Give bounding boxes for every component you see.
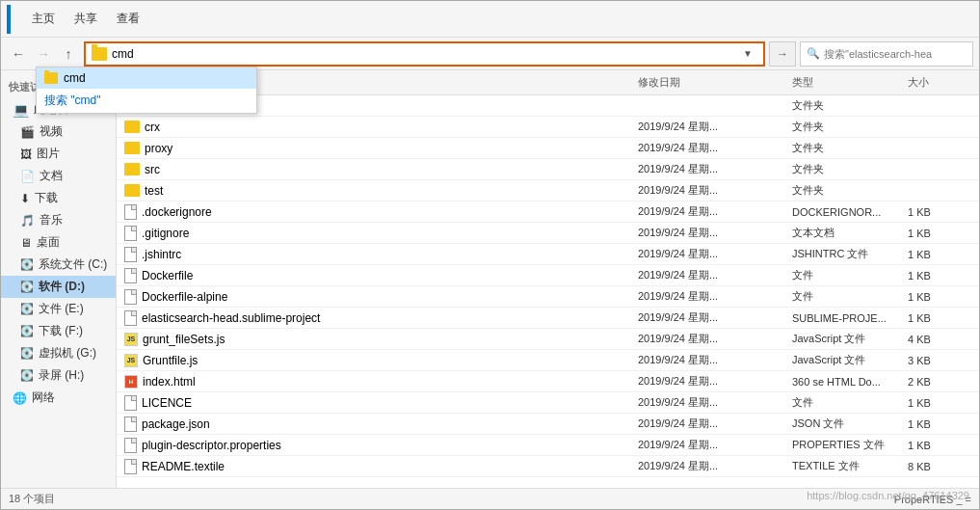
autocomplete-item-cmd[interactable]: cmd	[37, 67, 256, 89]
file-name: .jshintrc	[142, 248, 181, 261]
file-name: README.textile	[142, 460, 225, 473]
file-date: 2019/9/24 星期...	[634, 353, 788, 367]
file-name-cell: .dockerignore	[124, 204, 634, 220]
table-row[interactable]: README.textile 2019/9/24 星期... TEXTILE 文…	[117, 456, 979, 477]
table-row[interactable]: LICENCE 2019/9/24 星期... 文件 1 KB	[117, 392, 979, 414]
table-row[interactable]: Dockerfile 2019/9/24 星期... 文件 1 KB	[117, 265, 979, 286]
js-icon: JS	[124, 354, 138, 367]
tab-view[interactable]: 查看	[107, 7, 149, 31]
file-date: 2019/9/24 星期...	[634, 438, 788, 452]
file-type: 文件夹	[788, 141, 904, 155]
file-name-cell: Dockerfile-alpine	[124, 289, 634, 305]
forward-button[interactable]: →	[32, 42, 55, 66]
header-size[interactable]: 大小	[904, 73, 971, 92]
file-size: 1 KB	[904, 228, 971, 239]
tab-home[interactable]: 主页	[22, 7, 65, 31]
folder-icon	[124, 121, 140, 133]
sidebar-h-label: 录屏 (H:)	[39, 367, 84, 384]
table-row[interactable]: plugin-descriptor.properties 2019/9/24 星…	[117, 435, 979, 456]
file-type: DOCKERIGNOR...	[788, 206, 904, 218]
file-name: Dockerfile	[142, 269, 193, 282]
sidebar-item-g[interactable]: 💽 虚拟机 (G:)	[1, 342, 116, 364]
goto-button[interactable]: →	[769, 41, 796, 67]
file-size: 1 KB	[904, 312, 971, 324]
file-date: 2019/9/24 星期...	[634, 459, 788, 473]
folder-icon	[124, 163, 140, 175]
search-input[interactable]	[824, 48, 967, 60]
file-size: 1 KB	[904, 418, 971, 430]
file-size: 1 KB	[904, 206, 971, 218]
sidebar-item-documents[interactable]: 📄 文档	[1, 165, 116, 187]
main-content: 快速访问 💻 此电脑 🎬 视频 🖼 图片 📄 文档 ⬇ 下载	[1, 70, 979, 488]
file-icon	[124, 395, 137, 411]
file-type: JavaScript 文件	[788, 353, 904, 367]
file-name-cell: elasticsearch-head.sublime-project	[124, 310, 634, 326]
file-size: 1 KB	[904, 291, 971, 303]
sidebar-item-downloads[interactable]: ⬇ 下载	[1, 187, 116, 209]
sidebar-documents-label: 文档	[40, 168, 63, 184]
table-row[interactable]: JS grunt_fileSets.js 2019/9/24 星期... Jav…	[117, 329, 979, 350]
file-name-cell: src	[124, 163, 634, 176]
file-type: TEXTILE 文件	[788, 459, 904, 473]
file-icon	[124, 459, 137, 474]
file-name-cell: LICENCE	[124, 395, 634, 411]
table-row[interactable]: JS Gruntfile.js 2019/9/24 星期... JavaScri…	[117, 350, 979, 371]
table-row[interactable]: elasticsearch-head.sublime-project 2019/…	[117, 308, 979, 329]
file-name: Gruntfile.js	[143, 354, 198, 367]
tab-share[interactable]: 共享	[65, 7, 107, 31]
file-date: 2019/9/24 星期...	[634, 332, 788, 346]
table-row[interactable]: test 2019/9/24 星期... 文件夹	[117, 180, 979, 201]
drive-h-icon: 💽	[20, 369, 34, 382]
file-name-cell: Dockerfile	[124, 268, 634, 283]
file-date: 2019/9/24 星期...	[634, 268, 788, 282]
autocomplete-search-item[interactable]: 搜索 "cmd"	[37, 89, 256, 113]
documents-icon: 📄	[20, 170, 35, 183]
file-name-cell: JS grunt_fileSets.js	[124, 333, 634, 346]
sidebar-item-network[interactable]: 🌐 网络	[1, 387, 116, 409]
file-rows-container: .git 文件夹 crx 2019/9/24 星期... 文件夹 proxy 2…	[117, 95, 979, 477]
table-row[interactable]: Dockerfile-alpine 2019/9/24 星期... 文件 1 K…	[117, 286, 979, 308]
file-date: 2019/9/24 星期...	[634, 310, 788, 325]
file-type: 文件	[788, 289, 904, 304]
file-list-area: 名称 修改日期 类型 大小 .git 文件夹 crx 2019/9/24 星期.…	[117, 70, 979, 488]
header-date[interactable]: 修改日期	[634, 73, 788, 92]
sidebar-item-desktop[interactable]: 🖥 桌面	[1, 231, 116, 254]
file-name-cell: test	[124, 184, 634, 198]
table-row[interactable]: .jshintrc 2019/9/24 星期... JSHINTRC 文件 1 …	[117, 244, 979, 265]
sidebar-item-pictures[interactable]: 🖼 图片	[1, 143, 116, 165]
file-size: 8 KB	[904, 461, 971, 472]
table-row[interactable]: .dockerignore 2019/9/24 星期... DOCKERIGNO…	[117, 201, 979, 223]
file-explorer-window: 主页 共享 查看 ← → ↑ cmd ▼ → 🔍 cmd	[0, 0, 980, 510]
table-row[interactable]: crx 2019/9/24 星期... 文件夹	[117, 117, 979, 138]
desktop-icon: 🖥	[20, 236, 32, 250]
sidebar-item-d[interactable]: 💽 软件 (D:)	[1, 276, 116, 298]
table-row[interactable]: proxy 2019/9/24 星期... 文件夹	[117, 138, 979, 159]
table-row[interactable]: src 2019/9/24 星期... 文件夹	[117, 159, 979, 180]
header-type[interactable]: 类型	[788, 73, 904, 92]
sidebar-item-music[interactable]: 🎵 音乐	[1, 209, 116, 231]
file-size: 1 KB	[904, 440, 971, 451]
back-button[interactable]: ←	[7, 42, 30, 66]
sidebar-item-e[interactable]: 💽 文件 (E:)	[1, 298, 116, 320]
address-input[interactable]: cmd	[112, 47, 738, 61]
network-icon: 🌐	[13, 391, 27, 405]
sidebar-item-c[interactable]: 💽 系统文件 (C:)	[1, 254, 116, 276]
file-type: 文件夹	[788, 120, 904, 134]
file-type: 文件	[788, 395, 904, 410]
file-date: 2019/9/24 星期...	[634, 162, 788, 176]
table-row[interactable]: .gitignore 2019/9/24 星期... 文本文档 1 KB	[117, 223, 979, 244]
sidebar-item-h[interactable]: 💽 录屏 (H:)	[1, 364, 116, 387]
address-folder-icon	[92, 47, 107, 61]
table-row[interactable]: package.json 2019/9/24 星期... JSON 文件 1 K…	[117, 414, 979, 435]
sidebar-g-label: 虚拟机 (G:)	[39, 345, 96, 362]
file-size: 1 KB	[904, 270, 971, 282]
file-date: 2019/9/24 星期...	[634, 374, 788, 389]
table-row[interactable]: H index.html 2019/9/24 星期... 360 se HTML…	[117, 371, 979, 392]
address-dropdown-button[interactable]: ▼	[738, 42, 757, 66]
file-date: 2019/9/24 星期...	[634, 247, 788, 261]
file-type: 文件夹	[788, 98, 904, 113]
up-button[interactable]: ↑	[57, 42, 80, 66]
sidebar-item-videos[interactable]: 🎬 视频	[1, 121, 116, 143]
drive-c-icon: 💽	[20, 258, 34, 271]
sidebar-item-f[interactable]: 💽 下载 (F:)	[1, 320, 116, 342]
